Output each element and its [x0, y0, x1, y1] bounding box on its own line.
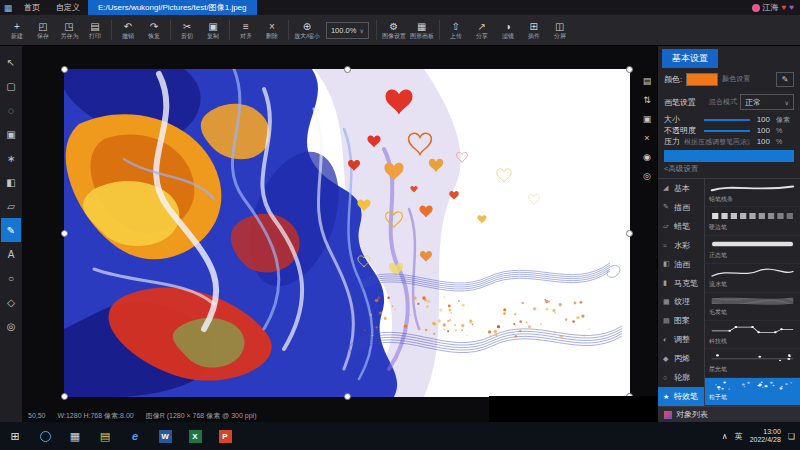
edit-color-button[interactable]: ✎	[776, 72, 794, 87]
opacity-slider[interactable]	[704, 130, 750, 132]
toolbar-button-share[interactable]: ↗分享	[469, 16, 495, 44]
artboard-icon: ▦	[417, 21, 426, 32]
toolbar-button-cut[interactable]: ✂剪切	[174, 16, 200, 44]
taskbar-app-explorer[interactable]: ▤	[90, 422, 120, 450]
tool-zoom-tool[interactable]: ◎	[1, 314, 21, 338]
tool-select[interactable]: ↖	[1, 50, 21, 74]
toolbar-button-copy[interactable]: ▣复制	[200, 16, 226, 44]
brush-item-hard-edge[interactable]: 硬边笔	[705, 207, 800, 235]
toolbar-button-filter[interactable]: ◑滤镜	[495, 16, 521, 44]
brush-category-watercolor[interactable]: ≈水彩	[658, 236, 704, 255]
selection-handle-ne[interactable]	[626, 66, 633, 73]
brush-item-normal-pen[interactable]: 正态笔	[705, 236, 800, 264]
tool-marquee[interactable]: ▢	[1, 74, 21, 98]
taskbar-app-word[interactable]: W	[150, 422, 180, 450]
tool-eraser[interactable]: ▱	[1, 194, 21, 218]
taskbar-app-task-view[interactable]: ▦	[60, 422, 90, 450]
selection-handle-e[interactable]	[626, 230, 633, 237]
blend-mode-dropdown[interactable]: 正常 ∨	[740, 94, 794, 110]
tool-fill[interactable]: ◧	[1, 170, 21, 194]
toolbar-button-plugin[interactable]: ⊞插件	[521, 16, 547, 44]
brush-item-particle-pen[interactable]: 粒子笔	[705, 378, 800, 406]
start-button[interactable]: ⊞	[0, 422, 30, 450]
advanced-settings-link[interactable]: <高级设置	[658, 162, 800, 178]
duplicate-icon[interactable]: ▣	[640, 112, 654, 126]
tool-hand[interactable]: ◇	[1, 290, 21, 314]
tab-custom[interactable]: 自定义	[48, 0, 88, 15]
size-slider[interactable]	[704, 119, 750, 121]
delete-icon[interactable]: ×	[640, 131, 654, 145]
toolbar-button-save[interactable]: ◰保存	[30, 16, 56, 44]
lock-icon[interactable]: ◉	[640, 150, 654, 164]
pressure-slider[interactable]	[664, 150, 794, 162]
tool-crop[interactable]: ▣	[1, 122, 21, 146]
tab-basic-settings[interactable]: 基本设置	[662, 49, 718, 68]
taskbar-app-excel[interactable]: X	[180, 422, 210, 450]
zoom-level-dropdown[interactable]: 100.0%∨	[326, 22, 369, 39]
selection-handle-w[interactable]	[61, 230, 68, 237]
toolbar-button-artboard[interactable]: ▦图形画板	[408, 16, 436, 44]
brush-category-acrylic[interactable]: ◆丙烯	[658, 349, 704, 368]
acrylic-icon: ◆	[663, 355, 671, 363]
taskbar-app-edge[interactable]: e	[120, 422, 150, 450]
brush-category-outline[interactable]: ○轮廓	[658, 368, 704, 387]
tab-home[interactable]: 首页	[16, 0, 48, 15]
brush-category-basic[interactable]: ◢基本	[658, 179, 704, 198]
clock[interactable]: 13:00 2022/4/28	[750, 428, 781, 445]
toolbar-button-label: 撤销	[122, 32, 134, 39]
brush-item-hair-pen[interactable]: 毛发笔	[705, 293, 800, 321]
toolbar-button-new[interactable]: +新建	[4, 16, 30, 44]
brush-category-texture[interactable]: ▦纹理	[658, 293, 704, 312]
fit-icon[interactable]: ◎	[640, 169, 654, 183]
toolbar-button-redo[interactable]: ↷恢复	[141, 16, 167, 44]
layers-icon[interactable]: ▤	[640, 74, 654, 88]
selection-handle-sw[interactable]	[61, 393, 68, 400]
toolbar-button-print[interactable]: ▤打印	[82, 16, 108, 44]
canvas-area[interactable]: ▤⇅▣×◉◎ 50,50 W:1280 H:768 像素:8.00 图像R (1…	[22, 46, 657, 422]
brush-item-tech-line[interactable]: 科技线	[705, 321, 800, 349]
tray-chevron-icon[interactable]: ∧	[722, 432, 728, 441]
toolbar-button-align[interactable]: ≡对齐	[233, 16, 259, 44]
chevron-down-icon: ∨	[359, 27, 363, 34]
notification-icon[interactable]: ❏	[788, 432, 795, 441]
object-list-bar[interactable]: 对象列表	[658, 406, 800, 422]
tool-lasso[interactable]: ◌	[1, 98, 21, 122]
color-swatch[interactable]	[686, 73, 718, 86]
brush-category-sketch[interactable]: ✎描画	[658, 198, 704, 217]
color-row: 颜色: 颜色设置 ✎	[658, 68, 800, 90]
selection-handle-s[interactable]	[344, 393, 351, 400]
ime-indicator[interactable]: 英	[735, 431, 743, 442]
brush-category-crayon[interactable]: ▱蜡笔	[658, 217, 704, 236]
upload-icon: ⇧	[452, 21, 460, 32]
selection-handle-n[interactable]	[344, 66, 351, 73]
selection-handle-nw[interactable]	[61, 66, 68, 73]
brush-category-marker[interactable]: ▮马克笔	[658, 274, 704, 293]
brush-category-pattern[interactable]: ▤图案	[658, 311, 704, 330]
taskbar-app-search[interactable]	[30, 422, 60, 450]
tool-magic-wand[interactable]: ∗	[1, 146, 21, 170]
brush-category-oil[interactable]: ◧油画	[658, 255, 704, 274]
toolbar-button-split[interactable]: ◫分屏	[547, 16, 573, 44]
brush-category-fx[interactable]: ★特效笔	[658, 387, 704, 406]
toolbar-button-upload[interactable]: ⇧上传	[443, 16, 469, 44]
brush-category-adjust[interactable]: ◐调整	[658, 330, 704, 349]
tool-brush[interactable]: ✎	[1, 218, 21, 242]
word-icon: W	[159, 430, 172, 443]
tool-shape[interactable]: ○	[1, 266, 21, 290]
flip-icon[interactable]: ⇅	[640, 93, 654, 107]
brush-item-pencil-line[interactable]: 铅笔线条	[705, 179, 800, 207]
selected-image[interactable]	[64, 69, 630, 397]
toolbar-button-save-as[interactable]: ◳另存为	[56, 16, 82, 44]
tab-document[interactable]: E:/Users/wukongl/Pictures/test/图像1.jpeg	[88, 0, 257, 15]
tool-text[interactable]: A	[1, 242, 21, 266]
user-badge[interactable]: 江海 ♥ ♥	[752, 2, 800, 13]
brush-item-flow-pen[interactable]: 流水笔	[705, 264, 800, 292]
category-label: 油画	[674, 259, 690, 270]
toolbar-button-undo[interactable]: ↶撤销	[115, 16, 141, 44]
brush-item-star-pen[interactable]: 星光笔	[705, 349, 800, 377]
toolbar-button-delete[interactable]: ×删除	[259, 16, 285, 44]
toolbar-button-image-settings[interactable]: ⚙图像设置	[380, 16, 408, 44]
taskbar-app-powerpoint[interactable]: P	[210, 422, 240, 450]
redo-icon: ↷	[150, 21, 158, 32]
toolbar-button-zoom[interactable]: ⊕放大/缩小	[292, 16, 322, 44]
